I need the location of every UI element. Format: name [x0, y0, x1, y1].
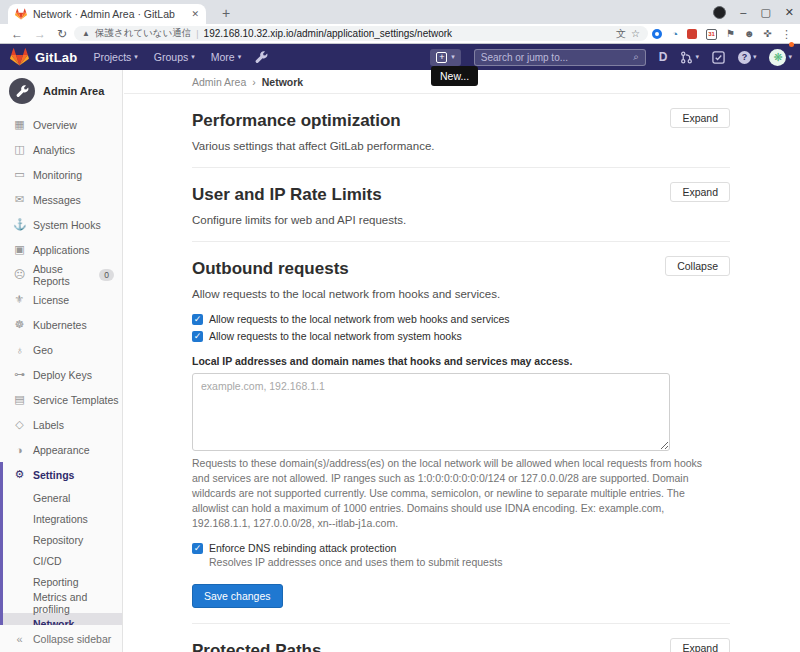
sidebar-item-appearance[interactable]: ◑ Appearance	[0, 437, 122, 462]
admin-sidebar: Admin Area ▦ Overview ◫ Analytics ▭ Moni…	[0, 70, 123, 652]
admin-area-icon	[9, 78, 35, 104]
breadcrumb-current: Network	[262, 76, 303, 88]
browser-menu-icon[interactable]: ⋮	[781, 28, 792, 41]
dns-rebinding-help-text: Resolves IP addresses once and uses them…	[209, 556, 730, 568]
new-tab-button[interactable]: +	[216, 3, 236, 23]
expand-button[interactable]: Expand	[670, 108, 730, 128]
sidebar-item-settings-integrations[interactable]: Integrations	[3, 508, 122, 529]
sidebar-item-deploy-keys[interactable]: ⊶ Deploy Keys	[0, 362, 122, 387]
sidebar-item-system-hooks[interactable]: ⚓ System Hooks	[0, 212, 122, 237]
checkbox-checked[interactable]: ✓	[192, 314, 203, 325]
extension-puzzle-icon[interactable]: ✜	[764, 29, 772, 39]
extension-bookmark-icon[interactable]: ⚑	[726, 29, 735, 39]
search-icon: ⌕	[633, 51, 639, 63]
todos-icon[interactable]	[712, 51, 725, 64]
sidebar-item-applications[interactable]: ▣ Applications	[0, 237, 122, 262]
url-text[interactable]: 192.168.10.32.xip.io/admin/application_s…	[204, 28, 611, 39]
collapse-sidebar-button[interactable]: « Collapse sidebar	[0, 625, 122, 652]
extension-icon[interactable]	[687, 29, 697, 39]
allowlist-label: Local IP addresses and domain names that…	[192, 355, 730, 367]
breadcrumb-admin-area[interactable]: Admin Area	[192, 76, 246, 88]
nav-more-menu[interactable]: More▾	[211, 51, 241, 63]
back-icon[interactable]: ←	[11, 27, 23, 41]
sidebar-item-labels[interactable]: ◇ Labels	[0, 412, 122, 437]
sidebar-header[interactable]: Admin Area	[0, 70, 122, 112]
gitlab-navbar: GitLab Projects▾ Groups▾ More▾ + ▾ ⌕	[0, 44, 800, 70]
help-menu[interactable]: ? ▾	[738, 51, 757, 64]
new-dropdown-button[interactable]: + ▾	[430, 49, 461, 66]
section-title: User and IP Rate Limits	[192, 185, 730, 205]
bookmark-star-icon[interactable]: ☆	[631, 28, 640, 39]
checkbox-row-dns-rebinding: ✓ Enforce DNS rebinding attack protectio…	[192, 542, 730, 554]
sidebar-item-settings-metrics[interactable]: Metrics and profiling	[3, 592, 122, 613]
search-input[interactable]	[481, 52, 633, 63]
allowlist-help-text: Requests to these domain(s)/address(es) …	[192, 456, 704, 531]
nav-projects-menu[interactable]: Projects▾	[93, 51, 137, 63]
url-bar[interactable]: ▲ 保護されていない通信 | 192.168.10.32.xip.io/admi…	[74, 26, 648, 41]
window-close-button[interactable]: ✕	[785, 6, 794, 19]
reload-icon[interactable]: ↻	[57, 27, 67, 41]
sidebar-item-kubernetes[interactable]: ☸ Kubernetes	[0, 312, 122, 337]
forward-icon[interactable]: →	[34, 27, 46, 41]
window-maximize-button[interactable]: ▢	[760, 6, 770, 19]
browser-tab-strip: Network · Admin Area · GitLab ✕ + – ▢ ✕	[0, 0, 800, 24]
gitlab-brand-text: GitLab	[35, 50, 77, 65]
service-templates-icon: ▤	[13, 393, 26, 406]
geo-icon: ♁	[13, 344, 26, 356]
gitlab-favicon	[15, 8, 27, 20]
sidebar-item-abuse-reports[interactable]: ☹ Abuse Reports 0	[0, 262, 122, 287]
merge-requests-icon[interactable]: ▾	[680, 51, 699, 64]
sidebar-item-geo[interactable]: ♁ Geo	[0, 337, 122, 362]
checkbox-checked[interactable]: ✓	[192, 331, 203, 342]
collapse-button[interactable]: Collapse	[665, 256, 730, 276]
section-protected-paths: Protected Paths Configure paths to be pr…	[192, 624, 730, 652]
sidebar-item-overview[interactable]: ▦ Overview	[0, 112, 122, 137]
extension-icon[interactable]	[652, 29, 662, 39]
sidebar-item-analytics[interactable]: ◫ Analytics	[0, 137, 122, 162]
labels-icon: ◇	[13, 418, 26, 431]
avatar: ❋	[769, 49, 786, 66]
allowlist-textarea[interactable]	[192, 373, 670, 451]
sidebar-item-monitoring[interactable]: ▭ Monitoring	[0, 162, 122, 187]
sidebar-item-license[interactable]: ⚜ License	[0, 287, 122, 312]
tab-close-icon[interactable]: ✕	[191, 9, 199, 19]
chevron-down-icon: ▾	[134, 53, 138, 61]
issues-icon[interactable]: D	[659, 50, 668, 64]
extension-people-icon[interactable]: ☻	[744, 29, 755, 39]
system-hooks-icon: ⚓	[13, 218, 26, 231]
sidebar-item-settings-general[interactable]: General	[3, 487, 122, 508]
deploy-keys-icon: ⊶	[13, 368, 26, 381]
extension-clock-icon[interactable]: ◔	[671, 28, 678, 40]
save-changes-button[interactable]: Save changes	[192, 584, 283, 608]
kubernetes-icon: ☸	[13, 318, 26, 331]
sidebar-item-settings-reporting[interactable]: Reporting	[3, 571, 122, 592]
window-minimize-button[interactable]: –	[740, 6, 746, 18]
collapse-chevrons-icon: «	[13, 633, 26, 645]
browser-tab[interactable]: Network · Admin Area · GitLab ✕	[8, 4, 206, 24]
extension-calendar-icon[interactable]: 31	[706, 29, 717, 40]
admin-wrench-icon[interactable]	[255, 51, 268, 64]
chevron-down-icon: ▾	[788, 53, 792, 61]
global-search[interactable]: ⌕	[474, 49, 646, 66]
sidebar-item-settings[interactable]: ⚙ Settings	[3, 462, 122, 487]
sidebar-item-settings-repository[interactable]: Repository	[3, 529, 122, 550]
url-separator: |	[196, 29, 198, 39]
sidebar-item-settings-cicd[interactable]: CI/CD	[3, 550, 122, 571]
checkbox-row-webhooks: ✓ Allow requests to the local network fr…	[192, 313, 730, 325]
user-menu[interactable]: ❋ ▾	[769, 49, 792, 66]
checkbox-checked[interactable]: ✓	[192, 543, 203, 554]
gitlab-logo[interactable]: GitLab	[10, 48, 77, 66]
translate-icon[interactable]: 文	[616, 27, 626, 41]
abuse-reports-icon: ☹	[13, 268, 26, 281]
expand-button[interactable]: Expand	[670, 182, 730, 202]
tanuki-icon	[10, 48, 29, 66]
nav-groups-menu[interactable]: Groups▾	[154, 51, 195, 63]
browser-profile-icon[interactable]	[713, 6, 726, 19]
section-description: Allow requests to the local network from…	[192, 288, 730, 300]
sidebar-title: Admin Area	[43, 85, 104, 97]
section-user-ip-rate-limits: User and IP Rate Limits Configure limits…	[192, 168, 730, 242]
expand-button[interactable]: Expand	[670, 638, 730, 652]
sidebar-item-service-templates[interactable]: ▤ Service Templates	[0, 387, 122, 412]
sidebar-item-messages[interactable]: ✉ Messages	[0, 187, 122, 212]
sidebar-settings-group: ⚙ Settings General Integrations Reposito…	[0, 462, 122, 634]
